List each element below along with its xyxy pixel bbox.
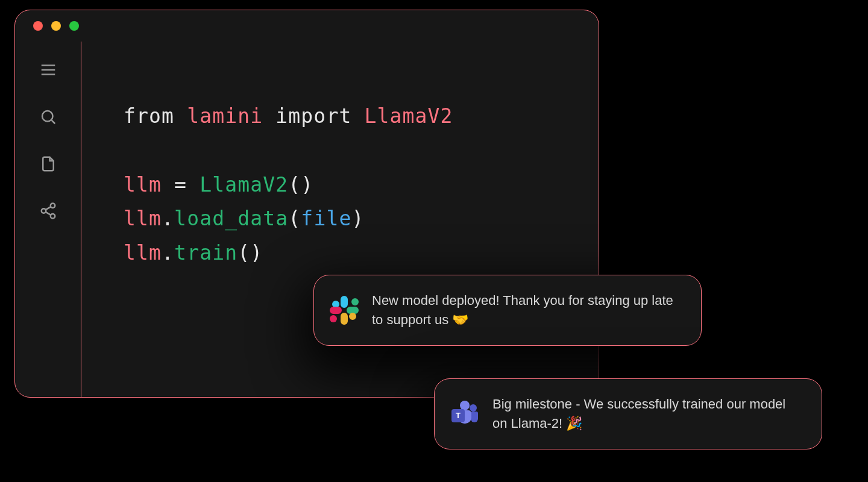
window-minimize-button[interactable] bbox=[51, 21, 61, 31]
file-icon[interactable] bbox=[39, 155, 57, 175]
search-icon[interactable] bbox=[39, 108, 57, 128]
dot: . bbox=[162, 207, 174, 230]
svg-line-4 bbox=[51, 120, 55, 124]
share-icon[interactable] bbox=[39, 202, 57, 222]
import-symbol: LlamaV2 bbox=[364, 104, 453, 128]
svg-line-9 bbox=[45, 212, 51, 215]
editor-sidebar bbox=[15, 42, 81, 397]
window-close-button[interactable] bbox=[33, 21, 43, 31]
equals: = bbox=[174, 173, 187, 196]
notification-teams[interactable]: T Big milestone - We successfully traine… bbox=[434, 378, 822, 449]
svg-point-6 bbox=[41, 208, 46, 213]
lparen: ( bbox=[288, 207, 301, 230]
dot: . bbox=[162, 241, 174, 264]
teams-icon: T bbox=[450, 399, 479, 428]
parens: () bbox=[288, 173, 313, 196]
method-load-data: load_data bbox=[174, 207, 288, 230]
menu-icon[interactable] bbox=[39, 61, 57, 81]
notification-slack[interactable]: New model deployed! Thank you for stayin… bbox=[313, 275, 702, 346]
method-train: train bbox=[174, 241, 237, 264]
keyword-from: from bbox=[124, 104, 174, 128]
slack-icon bbox=[330, 296, 359, 325]
teams-tile-letter: T bbox=[451, 409, 465, 422]
constructor-call: LlamaV2 bbox=[200, 173, 288, 196]
arg-file: file bbox=[301, 207, 351, 230]
notification-text: New model deployed! Thank you for stayin… bbox=[372, 291, 682, 330]
rparen: ) bbox=[351, 207, 364, 230]
keyword-import: import bbox=[275, 104, 351, 128]
var-llm: llm bbox=[124, 173, 162, 196]
svg-line-8 bbox=[45, 207, 51, 210]
svg-point-3 bbox=[42, 111, 53, 122]
parens: () bbox=[237, 241, 263, 264]
module-name: lamini bbox=[187, 104, 263, 128]
window-titlebar bbox=[15, 10, 599, 42]
var-llm: llm bbox=[124, 207, 162, 230]
var-llm: llm bbox=[124, 241, 162, 264]
window-zoom-button[interactable] bbox=[69, 21, 79, 31]
notification-text: Big milestone - We successfully trained … bbox=[492, 395, 802, 433]
svg-point-7 bbox=[50, 214, 55, 219]
svg-point-5 bbox=[50, 204, 55, 208]
